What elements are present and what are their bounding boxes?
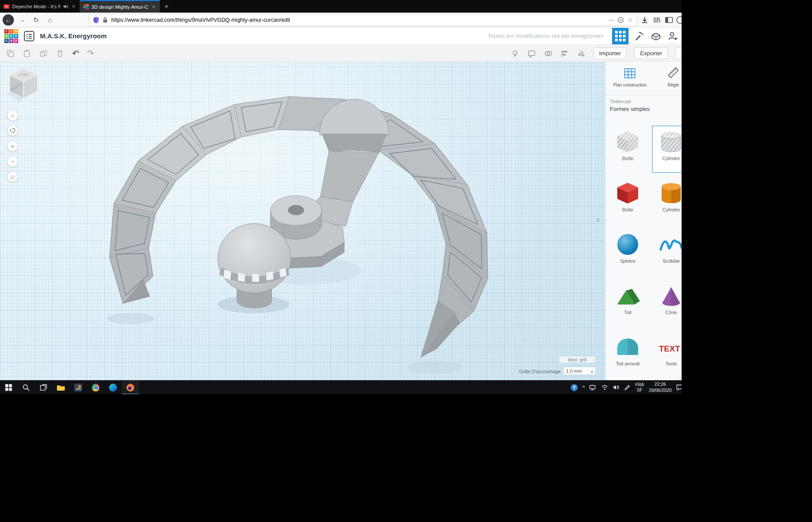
reload-button[interactable]: ↻ — [30, 14, 42, 26]
shape-roof[interactable]: Toit — [609, 280, 646, 326]
show-all-bulb-icon[interactable] — [511, 49, 519, 58]
shape-cone[interactable]: Cône — [652, 280, 682, 326]
duplicate-icon[interactable] — [39, 49, 48, 58]
youtube-favicon — [3, 4, 10, 9]
tinkercad-favicon — [83, 4, 89, 10]
shape-group-title: Formes simples — [610, 106, 650, 112]
bookmark-star-icon[interactable]: ☆ — [627, 17, 633, 23]
tinkercad-header: TIN KER CAD M.A.S.K. Energyroom Toutes l… — [0, 27, 682, 45]
export-button[interactable]: Exporter — [634, 47, 668, 59]
pinned-app-icon[interactable] — [70, 381, 87, 395]
shape-box-hatched[interactable]: Boîte — [609, 126, 646, 172]
browser-tab-tinkercad[interactable]: 3D design Mighty Amur-Curca × — [80, 0, 160, 13]
action-center-icon[interactable] — [676, 385, 682, 391]
library-icon[interactable] — [652, 16, 662, 24]
tab-close-icon[interactable]: × — [151, 3, 156, 10]
chrome-icon[interactable] — [87, 381, 104, 395]
help-tray-icon[interactable]: ? — [571, 384, 578, 391]
url-bar[interactable]: https://www.tinkercad.com/things/9maVlvP… — [89, 14, 637, 26]
minecraft-pickaxe-icon[interactable] — [634, 30, 645, 42]
edit-grid-button[interactable]: Mod. grill — [559, 356, 596, 363]
panel-collapse-chevron[interactable]: › — [596, 214, 599, 225]
shape-box-red[interactable]: Boîte — [609, 177, 646, 224]
viewport-3d[interactable]: HAUT ARRIÈRE ⌂ + − ◇ — [0, 62, 605, 380]
home-button[interactable]: ⌂ — [44, 14, 56, 26]
redo-button[interactable]: ↷ — [87, 48, 94, 58]
copy-icon[interactable] — [6, 49, 15, 58]
tab-close-icon[interactable]: × — [71, 3, 76, 10]
tab-audio-icon[interactable] — [63, 4, 68, 9]
lock-icon[interactable] — [103, 17, 108, 23]
windows-taskbar: ? ^ FRA SF 22:26 29/06/2020 — [0, 380, 682, 394]
browser-navbar: ← → ↻ ⌂ https://www.tinkercad.com/things… — [0, 13, 682, 27]
tinkercad-toolbar: ↶ ↷ Importer Exporter Envoyer — [0, 45, 682, 62]
shape-cylinder-orange[interactable]: Cylindre — [652, 177, 682, 224]
account-person-icon[interactable] — [667, 30, 678, 42]
account-icon[interactable] — [676, 16, 682, 24]
snap-grid-label: Grille D'accrochage — [515, 369, 561, 374]
shape-sphere[interactable]: Sphère — [609, 229, 646, 275]
paste-icon[interactable] — [23, 49, 31, 58]
send-button[interactable]: Envoyer — [676, 47, 682, 59]
new-tab-button[interactable]: + — [160, 0, 173, 13]
url-text[interactable]: https://www.tinkercad.com/things/9maVlvP… — [111, 17, 605, 23]
snap-grid-value: 1,0 mm — [566, 368, 589, 374]
svg-text:TEXT: TEXT — [659, 344, 680, 353]
tab-title: Depeche Mode - It's No Go — [12, 4, 60, 9]
shape-round-roof[interactable]: Toit arrondi — [609, 331, 646, 378]
snap-caret-icon: ▴ — [591, 369, 593, 373]
back-button[interactable]: ← — [3, 14, 14, 26]
snap-grid-select[interactable]: 1,0 mm ▴ — [563, 367, 596, 375]
browser-tab-bar: Depeche Mode - It's No Go × 3D design Mi… — [0, 0, 682, 13]
align-icon[interactable] — [560, 49, 569, 58]
wifi-tray-icon[interactable] — [601, 385, 608, 390]
shape-scribble[interactable]: Scribble — [652, 229, 682, 275]
shapes-panel: Plan construction Règle Tinkercad Formes… — [605, 62, 682, 380]
apps-grid-button[interactable] — [612, 28, 629, 44]
shape-text[interactable]: TEXT Texte — [652, 331, 682, 378]
file-explorer-icon[interactable] — [52, 381, 70, 395]
design-title: M.A.S.K. Energyroom — [40, 32, 106, 40]
group-icon[interactable] — [544, 49, 552, 58]
delete-icon[interactable] — [56, 49, 64, 58]
pocket-icon[interactable] — [618, 17, 624, 23]
pen-tray-icon[interactable] — [624, 385, 630, 391]
language-indicator[interactable]: FRA SF — [635, 382, 644, 392]
ruler-tool[interactable]: Règle — [660, 67, 682, 87]
firefox-icon[interactable] — [122, 381, 139, 395]
edge-icon[interactable] — [104, 381, 122, 395]
network-tray-icon[interactable] — [589, 385, 596, 391]
system-tray: ? ^ FRA SF 22:26 29/06/2020 — [571, 381, 682, 393]
save-status: Toutes les modifications ont été enregis… — [488, 33, 603, 39]
design-menu-icon[interactable] — [23, 30, 35, 42]
volume-tray-icon[interactable] — [613, 385, 619, 390]
mirror-icon[interactable] — [577, 49, 586, 58]
forward-button[interactable]: → — [17, 14, 28, 26]
ruler-icon — [667, 67, 679, 78]
import-button[interactable]: Importer — [593, 47, 626, 59]
search-button[interactable] — [17, 381, 35, 395]
tray-expand-icon[interactable]: ^ — [582, 385, 585, 391]
undo-button[interactable]: ↶ — [72, 48, 79, 58]
download-icon[interactable] — [640, 16, 649, 24]
shape-category-select[interactable]: Tinkercad — [610, 99, 631, 104]
tinkercad-logo[interactable]: TIN KER CAD — [4, 29, 18, 43]
bricks-icon[interactable] — [650, 30, 662, 42]
sidebar-toggle-icon[interactable] — [664, 16, 674, 24]
screen: Depeche Mode - It's No Go × 3D design Mi… — [0, 0, 682, 394]
workplane-icon — [624, 67, 636, 78]
start-button[interactable] — [0, 381, 17, 395]
page-actions-icon[interactable]: ⋯ — [608, 17, 614, 23]
tracking-shield-icon[interactable] — [93, 17, 99, 23]
notes-icon[interactable] — [527, 49, 536, 58]
taskbar-clock[interactable]: 22:26 29/06/2020 — [649, 381, 672, 393]
tab-title: 3D design Mighty Amur-Curca — [91, 4, 148, 10]
shape-cylinder-hatched[interactable]: Cylindre — [652, 126, 682, 172]
3d-model[interactable] — [0, 62, 605, 380]
browser-tab-youtube[interactable]: Depeche Mode - It's No Go × — [0, 0, 80, 13]
task-view-button[interactable] — [35, 381, 52, 395]
workplane-tool[interactable]: Plan construction — [609, 67, 651, 87]
